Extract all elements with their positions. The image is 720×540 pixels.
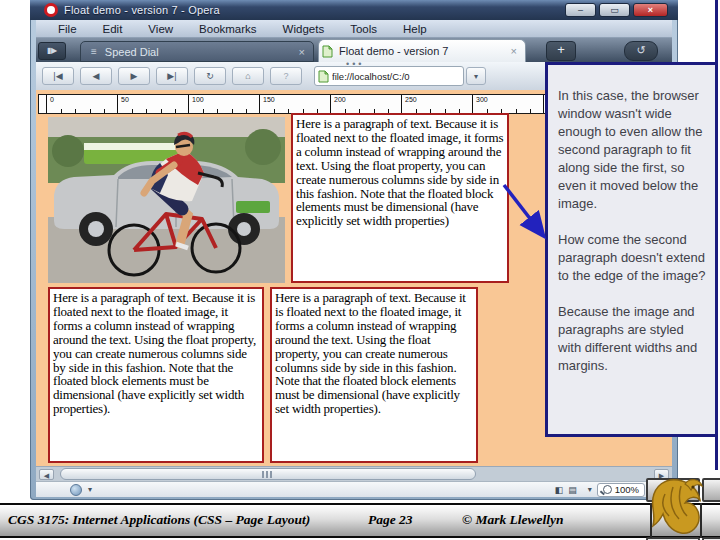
callout-arrow — [495, 175, 555, 250]
cyclist-photo — [48, 117, 285, 283]
address-bar[interactable]: file://localhost/C:/0 — [314, 66, 464, 86]
ruler-label: 200 — [334, 96, 346, 103]
scroll-left-button[interactable]: ◀ — [39, 469, 54, 480]
images-toggle-icon[interactable]: ▤ — [568, 485, 577, 495]
ruler-tick — [90, 109, 91, 113]
ruler-tick — [132, 109, 133, 113]
scrollbar-grip-icon — [262, 471, 274, 478]
ruler-tick — [61, 109, 62, 113]
zoom-level: 100% — [615, 484, 639, 495]
ruler-label: 100 — [192, 96, 204, 103]
slide: Float demo - version 7 - Opera –▭× FileE… — [0, 0, 720, 540]
reload-button[interactable]: ↻ — [194, 67, 226, 85]
ruler-tick — [146, 109, 147, 113]
maximize-button[interactable]: ▭ — [599, 3, 630, 17]
ruler-label: 50 — [121, 96, 129, 103]
ruler-mark-300: 300 — [472, 95, 544, 113]
ruler-tick — [516, 109, 517, 113]
title-bar[interactable]: Float demo - version 7 - Opera –▭× — [30, 0, 678, 20]
ruler-tick — [288, 109, 289, 113]
float-paragraph-1: Here is a paragraph of text. Because it … — [291, 113, 509, 283]
menu-edit[interactable]: Edit — [103, 23, 123, 35]
scrollbar-thumb[interactable] — [60, 468, 476, 480]
back-button[interactable]: ◀ — [80, 67, 112, 85]
ruler-tick — [232, 109, 233, 113]
status-bar: ▾ ◧ ▤ ▾ 100% ▾ — [36, 481, 672, 497]
ruler-tick — [75, 109, 76, 113]
ruler-label: 150 — [263, 96, 275, 103]
help-button[interactable]: ? — [270, 67, 302, 85]
ruler-mark-150: 150 — [259, 95, 331, 113]
ruler-mark-50: 50 — [117, 95, 189, 113]
menu-view[interactable]: View — [148, 23, 173, 35]
new-tab-button[interactable]: + — [546, 41, 576, 61]
footer-page-number: Page 23 — [368, 512, 413, 528]
ruler-tick — [530, 109, 531, 113]
ruler-tick — [161, 109, 162, 113]
ruler-tick — [274, 109, 275, 113]
ruler-label: 0 — [50, 96, 54, 103]
globe-icon[interactable] — [70, 484, 82, 496]
rewind-button[interactable]: |◀ — [42, 67, 74, 85]
ruler-tick — [246, 109, 247, 113]
panels-icon[interactable]: ◧ — [555, 485, 564, 495]
ucf-pegasus-logo — [645, 474, 707, 538]
window-controls: –▭× — [565, 3, 668, 17]
footer-copyright: © Mark Llewellyn — [462, 512, 564, 528]
reopen-closed-tabs-button[interactable]: ↺ — [624, 41, 658, 61]
ruler-label: 300 — [476, 96, 488, 103]
chevron-down-icon[interactable]: ▾ — [88, 485, 92, 494]
ruler-mark-250: 250 — [401, 95, 473, 113]
ruler-mark-200: 200 — [330, 95, 402, 113]
menu-help[interactable]: Help — [403, 23, 427, 35]
nav-buttons: |◀◀▶▶|↻⌂? — [36, 67, 302, 85]
close-tab-icon[interactable]: × — [299, 46, 305, 58]
annotation-paragraph: How come the second paragraph doesn't ex… — [558, 231, 710, 285]
ruler-tick — [104, 109, 105, 113]
chevron-down-icon[interactable]: ▾ — [588, 485, 592, 494]
float-paragraph-3: Here is a paragraph of text. Because it … — [270, 287, 478, 463]
page-icon — [322, 45, 333, 58]
slide-footer: CGS 3175: Internet Applications (CSS – P… — [0, 503, 720, 538]
menu-file[interactable]: File — [58, 23, 77, 35]
float-paragraph-2: Here is a paragraph of text. Because it … — [48, 287, 264, 463]
zoom-control[interactable]: 100% — [597, 483, 645, 497]
minimize-button[interactable]: – — [565, 3, 596, 17]
ruler-mark-100: 100 — [188, 95, 260, 113]
ruler-tick — [217, 109, 218, 113]
ruler-mark-0: 0 — [46, 95, 118, 113]
annotation-box: In this case, the browser window wasn't … — [545, 62, 718, 437]
tab-speed-dial[interactable]: ≡ Speed Dial × — [80, 41, 314, 62]
panel-toggle-button[interactable]: ▮▶ — [38, 42, 66, 60]
magnifier-icon — [603, 485, 612, 494]
footer-course: CGS 3175: Internet Applications (CSS – P… — [8, 512, 310, 528]
forward-button[interactable]: ▶ — [118, 67, 150, 85]
menu-bar: FileEditViewBookmarksWidgetsToolsHelp — [36, 20, 672, 38]
annotation-paragraph: In this case, the browser window wasn't … — [558, 87, 710, 213]
menu-bookmarks[interactable]: Bookmarks — [199, 23, 257, 35]
close-tab-icon[interactable]: × — [511, 45, 517, 57]
tab-label: Speed Dial — [105, 46, 159, 58]
speed-dial-icon: ≡ — [91, 46, 97, 57]
close-button[interactable]: × — [633, 3, 668, 17]
fast-forward-button[interactable]: ▶| — [156, 67, 188, 85]
horizontal-scrollbar[interactable]: ◀ ▶ — [36, 466, 672, 482]
address-input[interactable]: file://localhost/C:/0 — [332, 71, 410, 82]
tab-label: Float demo - version 7 — [339, 45, 448, 57]
annotation-paragraph: Because the image and paragraphs are sty… — [558, 303, 710, 375]
ruler-tick — [175, 109, 176, 113]
menu-widgets[interactable]: Widgets — [283, 23, 325, 35]
ruler-label: 250 — [405, 96, 417, 103]
address-dropdown-button[interactable]: ▾ — [466, 67, 486, 85]
menu-tools[interactable]: Tools — [350, 23, 377, 35]
home-button[interactable]: ⌂ — [232, 67, 264, 85]
opera-logo-icon — [44, 3, 58, 17]
page-icon — [318, 70, 329, 83]
window-title: Float demo - version 7 - Opera — [64, 4, 220, 16]
ruler-tick — [203, 109, 204, 113]
